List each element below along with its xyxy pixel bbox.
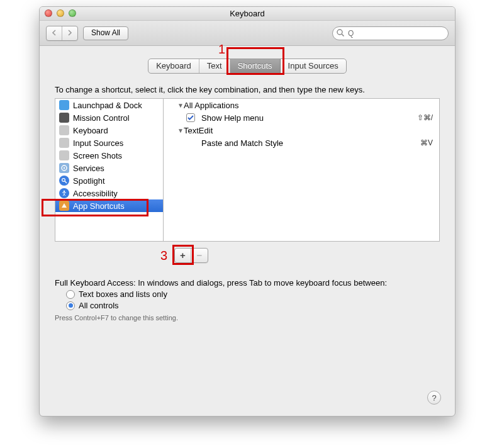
radio-label: All controls	[79, 301, 119, 310]
nav-segment	[46, 26, 78, 41]
show-all-label: Show All	[91, 28, 120, 37]
input-sources-icon	[59, 138, 69, 148]
radio-option-text-boxes[interactable]: Text boxes and lists only	[66, 289, 440, 299]
disclosure-triangle-icon[interactable]: ▼	[177, 102, 184, 109]
category-list[interactable]: Launchpad & Dock Mission Control Keyboar…	[55, 99, 164, 241]
radio-label: Text boxes and lists only	[79, 289, 167, 299]
help-button[interactable]: ?	[427, 391, 441, 405]
tab-input-sources[interactable]: Input Sources	[281, 59, 346, 73]
sidebar-item-spotlight[interactable]: Spotlight	[55, 174, 163, 187]
add-button[interactable]: +	[175, 249, 191, 262]
accessibility-icon	[59, 188, 69, 198]
radio-option-all-controls[interactable]: All controls	[66, 301, 440, 310]
sidebar-item-label: Screen Shots	[73, 151, 122, 160]
shortcut-keys[interactable]: ⌘V	[420, 138, 433, 147]
sidebar-item-label: App Shortcuts	[73, 201, 125, 211]
traffic-lights	[45, 9, 76, 17]
tab-text[interactable]: Text	[199, 59, 230, 73]
back-button[interactable]	[47, 26, 62, 40]
shortcut-group-all-applications[interactable]: ▼ All Applications	[164, 99, 439, 111]
minimize-window-button[interactable]	[57, 9, 64, 17]
content-area: 1 Keyboard Text Shortcuts Input Sources …	[40, 46, 455, 416]
sidebar-item-launchpad-dock[interactable]: Launchpad & Dock	[55, 99, 163, 111]
help-icon: ?	[432, 393, 436, 403]
radio-button[interactable]	[66, 290, 75, 299]
sidebar-item-input-sources[interactable]: Input Sources	[55, 137, 163, 149]
services-icon	[59, 163, 69, 173]
annotation-number-3: 3	[160, 249, 167, 263]
mission-control-icon	[59, 113, 69, 123]
svg-line-1	[342, 34, 344, 36]
shortcut-group-textedit[interactable]: ▼ TextEdit	[164, 124, 439, 137]
svg-point-0	[337, 30, 342, 35]
sidebar-item-label: Spotlight	[73, 176, 105, 186]
add-remove-row: 3 + −	[55, 248, 440, 263]
svg-point-3	[64, 167, 65, 169]
shortcut-row-show-help-menu[interactable]: Show Help menu ⇧⌘/	[164, 111, 439, 124]
group-label: All Applications	[184, 101, 433, 110]
plus-icon: +	[180, 250, 186, 260]
shortcut-label: Show Help menu	[198, 113, 417, 123]
launchpad-icon	[59, 100, 69, 110]
svg-point-4	[62, 179, 65, 182]
keyboard-icon	[59, 125, 69, 135]
shortcut-label: Paste and Match Style	[198, 138, 420, 148]
search-icon	[336, 28, 345, 37]
tab-bar: Keyboard Text Shortcuts Input Sources	[148, 59, 347, 74]
tab-keyboard[interactable]: Keyboard	[148, 59, 199, 73]
tab-row: Keyboard Text Shortcuts Input Sources	[55, 59, 440, 74]
window-title: Keyboard	[230, 9, 265, 18]
sidebar-item-label: Keyboard	[73, 126, 108, 135]
shortcut-keys[interactable]: ⇧⌘/	[417, 113, 433, 122]
instruction-text: To change a shortcut, select it, click t…	[55, 85, 440, 94]
keyboard-access-section: Full Keyboard Access: In windows and dia…	[55, 278, 440, 322]
sidebar-item-label: Services	[73, 164, 104, 173]
toolbar: Show All	[40, 21, 455, 46]
sidebar-item-label: Input Sources	[73, 138, 123, 148]
show-all-button[interactable]: Show All	[83, 26, 128, 40]
zoom-window-button[interactable]	[69, 9, 76, 17]
preferences-window: Keyboard Show All 1 Key	[39, 6, 456, 417]
tab-input-sources-label: Input Sources	[288, 61, 338, 70]
search-field-container	[332, 26, 449, 40]
sidebar-item-app-shortcuts[interactable]: App Shortcuts	[55, 199, 163, 212]
chevron-left-icon	[52, 30, 57, 36]
panel: To change a shortcut, select it, click t…	[55, 85, 440, 322]
forward-button[interactable]	[62, 26, 77, 40]
tab-shortcuts-label: Shortcuts	[238, 61, 272, 70]
checkbox[interactable]	[186, 113, 195, 122]
sidebar-item-keyboard[interactable]: Keyboard	[55, 124, 163, 137]
titlebar: Keyboard	[40, 7, 455, 21]
search-input[interactable]	[332, 26, 449, 40]
svg-point-6	[64, 191, 65, 192]
close-window-button[interactable]	[45, 9, 52, 17]
screenshot-icon	[59, 150, 69, 160]
radio-button[interactable]	[66, 301, 75, 310]
remove-button[interactable]: −	[191, 249, 208, 262]
sidebar-item-label: Accessibility	[73, 189, 118, 198]
keyboard-access-hint: Press Control+F7 to change this setting.	[55, 314, 440, 322]
tab-text-label: Text	[207, 61, 222, 70]
chevron-right-icon	[67, 30, 72, 36]
tab-shortcuts[interactable]: Shortcuts	[230, 59, 281, 73]
annotation-number-1: 1	[218, 42, 225, 57]
add-remove-segment: + −	[174, 248, 208, 263]
shortcut-list[interactable]: ▼ All Applications Show Help menu ⇧⌘/ ▼ …	[164, 99, 439, 241]
sidebar-item-screen-shots[interactable]: Screen Shots	[55, 149, 163, 162]
spotlight-icon	[59, 176, 69, 186]
lists-container: Launchpad & Dock Mission Control Keyboar…	[55, 98, 440, 242]
sidebar-item-mission-control[interactable]: Mission Control	[55, 111, 163, 124]
shortcut-row-paste-match-style[interactable]: Paste and Match Style ⌘V	[164, 137, 439, 149]
sidebar-item-services[interactable]: Services	[55, 162, 163, 174]
sidebar-item-accessibility[interactable]: Accessibility	[55, 187, 163, 199]
minus-icon: −	[197, 250, 203, 260]
sidebar-item-label: Mission Control	[73, 113, 130, 123]
app-shortcuts-icon	[59, 201, 69, 211]
disclosure-triangle-icon[interactable]: ▼	[177, 127, 184, 134]
sidebar-item-label: Launchpad & Dock	[73, 101, 142, 110]
keyboard-access-text: Full Keyboard Access: In windows and dia…	[55, 278, 440, 288]
group-label: TextEdit	[184, 126, 433, 135]
tab-keyboard-label: Keyboard	[156, 61, 191, 70]
svg-line-5	[65, 181, 67, 183]
